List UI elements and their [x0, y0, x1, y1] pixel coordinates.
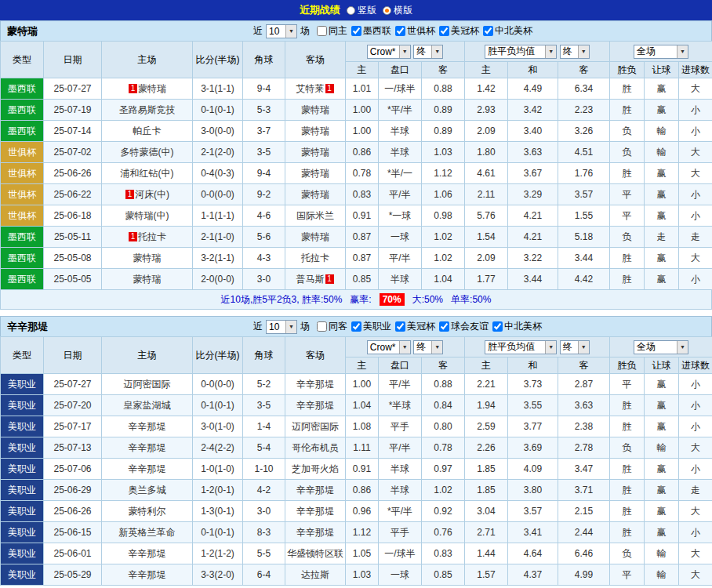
- home-team-link[interactable]: 蒙特瑞: [102, 248, 193, 269]
- euro-draw-odds: 3.40: [508, 121, 558, 142]
- team-section-2: 辛辛那堤 近 10▼ 场 同客美职业美冠杯球会友谊中北美杯 类型 日期 主场 比…: [0, 316, 712, 586]
- away-team-link[interactable]: 辛辛那堤: [285, 395, 346, 416]
- euro-draw-odds: 4.64: [508, 543, 558, 564]
- win-rate-highlight: 70%: [380, 293, 405, 306]
- away-team-link[interactable]: 达拉斯: [285, 564, 346, 586]
- home-team-link[interactable]: 辛辛那堤: [102, 543, 193, 564]
- checkbox-input[interactable]: [483, 26, 493, 36]
- home-team-link[interactable]: 奥兰多城: [102, 480, 193, 501]
- away-team-link[interactable]: 哥伦布机员: [285, 437, 346, 459]
- layout-radio-horizontal[interactable]: 横版: [383, 4, 412, 17]
- asian-away-odds: 1.03: [422, 142, 465, 163]
- euro-draw-odds: 3.42: [508, 100, 558, 121]
- away-team-link[interactable]: 蒙特瑞: [285, 184, 346, 205]
- away-team-link[interactable]: 华盛顿特区联: [285, 543, 346, 564]
- home-team-link[interactable]: 圣路易斯竞技: [102, 100, 193, 121]
- home-team-link[interactable]: 新英格兰革命: [102, 522, 193, 543]
- checkbox-input[interactable]: [395, 321, 405, 332]
- chevron-down-icon: ▼: [677, 45, 688, 58]
- odds-stage-select-2[interactable]: 终▼: [560, 340, 590, 354]
- away-team-link[interactable]: 普马斯1: [285, 269, 346, 290]
- home-team-link[interactable]: 蒙特利尔: [102, 501, 193, 522]
- filter-checkbox-3[interactable]: 美冠杯: [435, 24, 479, 38]
- odds-stage-select[interactable]: 终▼: [413, 45, 443, 59]
- match-scope-select[interactable]: 全场▼: [634, 45, 688, 59]
- asian-handicap-line: 一球: [379, 227, 422, 248]
- euro-away-odds: 2.23: [558, 100, 610, 121]
- away-team-link[interactable]: 蒙特瑞: [285, 142, 346, 163]
- col-type: 类型: [1, 42, 44, 78]
- filter-checkbox-4[interactable]: 中北美杯: [489, 320, 542, 333]
- home-team-link[interactable]: 皇家盐湖城: [102, 395, 193, 416]
- home-team-link[interactable]: 1托拉卡: [102, 227, 193, 248]
- filter-checkbox-0[interactable]: 同客: [313, 320, 347, 333]
- away-team-link[interactable]: 蒙特瑞: [285, 100, 346, 121]
- home-team-link[interactable]: 1蒙特瑞: [102, 78, 193, 100]
- select-value: 终: [416, 340, 426, 354]
- home-team-link[interactable]: 蒙特瑞(中): [102, 205, 193, 227]
- checkbox-input[interactable]: [492, 321, 503, 332]
- match-row: 美职业25-06-29奥兰多城1-2(0-1)4-2辛辛那堤0.86半球1.02…: [1, 480, 712, 501]
- goals-result: 小: [679, 374, 712, 395]
- checkbox-input[interactable]: [439, 321, 449, 332]
- away-team-link[interactable]: 蒙特瑞: [285, 163, 346, 184]
- score: 2-1(2-0): [193, 142, 243, 163]
- filter-checkbox-4[interactable]: 中北美杯: [479, 24, 532, 38]
- corner-score: 3-5: [243, 395, 285, 416]
- away-team-link[interactable]: 芝加哥火焰: [285, 459, 346, 480]
- layout-radio-vertical[interactable]: 竖版: [347, 4, 376, 17]
- checkbox-input[interactable]: [317, 321, 327, 332]
- away-team-link[interactable]: 蒙特瑞: [285, 121, 346, 142]
- away-team-link[interactable]: 托拉卡: [285, 248, 346, 269]
- euro-draw-odds: 4.21: [508, 205, 558, 227]
- asian-away-odds: 0.97: [422, 459, 465, 480]
- bookmaker-select[interactable]: Crow*▼: [367, 340, 411, 354]
- away-team-link[interactable]: 辛辛那堤: [285, 522, 346, 543]
- home-team-link[interactable]: 迈阿密国际: [102, 374, 193, 395]
- filter-checkbox-1[interactable]: 墨西联: [347, 24, 391, 38]
- filter-checkbox-0[interactable]: 同主: [313, 24, 347, 38]
- summary-text: 赢率:: [350, 293, 371, 307]
- goals-result: 小: [679, 269, 712, 290]
- home-team-link[interactable]: 辛辛那堤: [102, 459, 193, 480]
- home-team-link[interactable]: 辛辛那堤: [102, 437, 193, 459]
- match-date: 25-07-02: [44, 142, 102, 163]
- home-team-link[interactable]: 辛辛那堤: [102, 564, 193, 586]
- home-team-link[interactable]: 蒙特瑞: [102, 269, 193, 290]
- filter-checkbox-1[interactable]: 美职业: [347, 320, 391, 333]
- away-team-link[interactable]: 国际米兰: [285, 205, 346, 227]
- bookmaker-select[interactable]: Crow*▼: [367, 45, 411, 59]
- home-team-link[interactable]: 浦和红钻(中): [102, 163, 193, 184]
- avg-odds-select[interactable]: 胜平负均值▼: [485, 45, 557, 59]
- checkbox-input[interactable]: [317, 26, 327, 36]
- filter-checkbox-2[interactable]: 世俱杯: [391, 24, 435, 38]
- away-team-link[interactable]: 艾特莱1: [285, 78, 346, 100]
- outcome-result: 平: [610, 564, 645, 586]
- home-team-link[interactable]: 帕丘卡: [102, 121, 193, 142]
- checkbox-input[interactable]: [395, 26, 405, 36]
- away-team-link[interactable]: 辛辛那堤: [285, 501, 346, 522]
- home-team-link[interactable]: 1河床(中): [102, 184, 193, 205]
- asian-away-odds: 1.02: [422, 227, 465, 248]
- home-team-link[interactable]: 多特蒙德(中): [102, 142, 193, 163]
- odds-stage-select[interactable]: 终▼: [413, 340, 443, 354]
- league-badge: 美职业: [1, 395, 44, 416]
- avg-odds-select[interactable]: 胜平负均值▼: [485, 340, 557, 354]
- filter-checkbox-2[interactable]: 美冠杯: [391, 320, 435, 333]
- euro-draw-odds: 3.57: [508, 501, 558, 522]
- away-team-link[interactable]: 辛辛那堤: [285, 374, 346, 395]
- checkbox-input[interactable]: [351, 26, 361, 36]
- checkbox-input[interactable]: [439, 26, 449, 36]
- home-team-link[interactable]: 辛辛那堤: [102, 416, 193, 437]
- odds-stage-select-2[interactable]: 终▼: [560, 45, 590, 59]
- chevron-down-icon: ▼: [431, 45, 442, 58]
- near-label: 近: [253, 24, 263, 38]
- match-count-select[interactable]: 10▼: [266, 320, 297, 334]
- away-team-link[interactable]: 辛辛那堤: [285, 480, 346, 501]
- away-team-link[interactable]: 蒙特瑞: [285, 227, 346, 248]
- match-scope-select[interactable]: 全场▼: [634, 340, 688, 354]
- checkbox-input[interactable]: [351, 321, 361, 332]
- filter-checkbox-3[interactable]: 球会友谊: [435, 320, 489, 333]
- match-count-select[interactable]: 10▼: [266, 24, 297, 38]
- away-team-link[interactable]: 迈阿密国际: [285, 416, 346, 437]
